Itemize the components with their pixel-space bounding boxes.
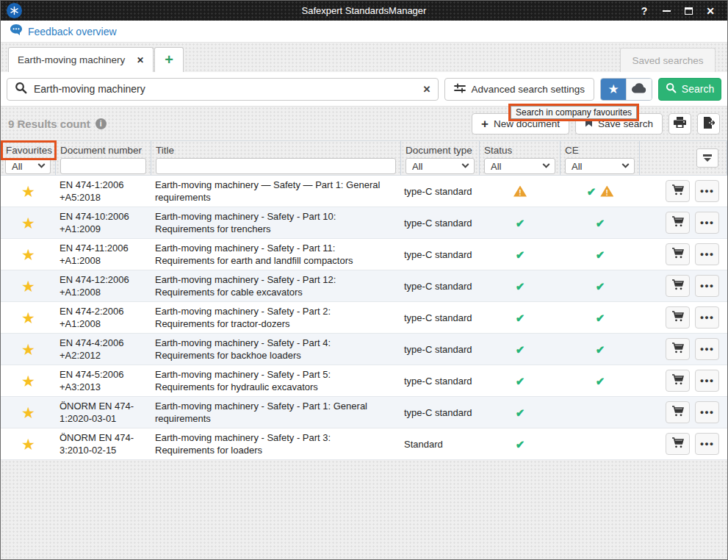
new-tab-button[interactable]: + bbox=[154, 47, 184, 72]
cart-icon bbox=[671, 374, 684, 387]
table-row[interactable]: ★ EN 474-10:2006 +A1:2009 Earth-moving m… bbox=[1, 207, 727, 239]
favourite-star-icon[interactable]: ★ bbox=[21, 438, 35, 450]
document-number: ÖNORM EN 474-1:2020-03-01 bbox=[60, 400, 145, 425]
search-bar: Earth-moving machinery ✕ Advanced search… bbox=[1, 72, 727, 106]
ce-icons: ✔ bbox=[596, 375, 605, 387]
favourites-filter-value: All bbox=[12, 161, 22, 172]
minimize-button[interactable] bbox=[655, 2, 677, 20]
check-icon: ✔ bbox=[596, 343, 605, 356]
more-actions-button[interactable]: ●●● bbox=[695, 401, 719, 423]
favourite-star-icon[interactable]: ★ bbox=[21, 248, 35, 261]
more-actions-button[interactable]: ●●● bbox=[695, 338, 719, 360]
close-button[interactable]: ✕ bbox=[699, 2, 721, 20]
table-row[interactable]: ★ ÖNORM EN 474-3:2010-02-15 Earth-moving… bbox=[1, 428, 727, 460]
ellipsis-icon: ●●● bbox=[700, 377, 714, 384]
title-filter-input[interactable] bbox=[156, 158, 396, 174]
table-body: ★ EN 474-1:2006 +A5:2018 Earth-moving ma… bbox=[1, 176, 727, 460]
more-actions-button[interactable]: ●●● bbox=[695, 180, 719, 202]
export-button[interactable] bbox=[697, 113, 720, 134]
document-number-filter-input[interactable] bbox=[60, 158, 146, 174]
favourite-star-icon[interactable]: ★ bbox=[21, 312, 35, 324]
feedback-overview-link[interactable]: Feedback overview bbox=[28, 26, 117, 37]
saved-searches-tab[interactable]: Saved searches bbox=[620, 48, 716, 72]
search-input[interactable]: Earth-moving machinery ✕ bbox=[7, 78, 439, 101]
favourite-star-icon[interactable]: ★ bbox=[21, 375, 35, 387]
document-type-filter-select[interactable]: All bbox=[406, 158, 475, 174]
maximize-button[interactable] bbox=[677, 2, 699, 20]
favourite-star-icon[interactable]: ★ bbox=[21, 217, 35, 229]
search-button[interactable]: Search bbox=[658, 78, 721, 101]
more-actions-button[interactable]: ●●● bbox=[695, 433, 719, 455]
table-row[interactable]: ★ EN 474-2:2006 +A1:2008 Earth-moving ma… bbox=[1, 302, 727, 334]
column-header-document-type[interactable]: Document type bbox=[406, 143, 475, 158]
favourite-star-icon[interactable]: ★ bbox=[21, 406, 35, 419]
filter-row-toggle-button[interactable] bbox=[696, 148, 718, 168]
document-type: type-C standard bbox=[404, 375, 472, 387]
column-header-favourites[interactable]: Favourites bbox=[5, 143, 51, 158]
check-icon: ✔ bbox=[516, 406, 525, 419]
document-type: type-C standard bbox=[404, 248, 472, 261]
help-button[interactable]: ? bbox=[633, 2, 655, 20]
add-to-cart-button[interactable] bbox=[666, 243, 690, 265]
column-header-ce[interactable]: CE bbox=[565, 143, 635, 158]
company-favourites-toggle-button[interactable]: ★ bbox=[601, 79, 626, 100]
chevron-down-icon bbox=[38, 160, 46, 168]
info-icon[interactable]: i bbox=[95, 118, 107, 129]
status-filter-select[interactable]: All bbox=[484, 158, 555, 174]
clear-search-icon[interactable]: ✕ bbox=[423, 84, 431, 95]
table-row[interactable]: ★ EN 474-5:2006 +A3:2013 Earth-moving ma… bbox=[1, 365, 727, 397]
tab-earth-moving-machinery[interactable]: Earth-moving machinery ✕ bbox=[8, 47, 154, 72]
tab-bar: Earth-moving machinery ✕ + Saved searche… bbox=[1, 43, 727, 72]
document-title: Earth-moving machinery - Safety - Part 5… bbox=[155, 368, 392, 393]
title-bar: Safexpert StandardsManager ? ✕ bbox=[1, 1, 727, 21]
ellipsis-icon: ●●● bbox=[700, 219, 714, 226]
plus-icon: + bbox=[481, 118, 489, 130]
cloud-search-toggle-button[interactable] bbox=[626, 79, 652, 100]
cart-icon bbox=[671, 437, 684, 450]
print-icon bbox=[674, 117, 686, 131]
favourite-star-icon[interactable]: ★ bbox=[21, 343, 35, 356]
status-filter-value: All bbox=[491, 161, 501, 172]
add-to-cart-button[interactable] bbox=[666, 180, 690, 202]
check-icon: ✔ bbox=[516, 217, 525, 229]
tab-close-icon[interactable]: ✕ bbox=[137, 55, 144, 65]
add-to-cart-button[interactable] bbox=[666, 306, 690, 329]
more-actions-button[interactable]: ●●● bbox=[695, 212, 719, 234]
column-header-title[interactable]: Title bbox=[156, 143, 396, 158]
favourite-star-icon[interactable]: ★ bbox=[21, 280, 35, 292]
table-row[interactable]: ★ EN 474-11:2006 +A1:2008 Earth-moving m… bbox=[1, 239, 727, 270]
advanced-search-settings-button[interactable]: Advanced search settings bbox=[444, 78, 594, 101]
sliders-icon bbox=[454, 83, 466, 96]
favourites-tooltip-annotation: Search in company favourites bbox=[508, 104, 639, 121]
column-header-status[interactable]: Status bbox=[484, 143, 555, 158]
ce-icons: ✔ bbox=[596, 343, 605, 356]
print-button[interactable] bbox=[668, 113, 691, 134]
favourite-star-icon[interactable]: ★ bbox=[21, 185, 35, 198]
more-actions-button[interactable]: ●●● bbox=[695, 243, 719, 265]
chevron-down-icon bbox=[462, 160, 469, 168]
more-actions-button[interactable]: ●●● bbox=[695, 275, 719, 297]
more-actions-button[interactable]: ●●● bbox=[695, 370, 719, 392]
ellipsis-icon: ●●● bbox=[700, 251, 714, 258]
add-to-cart-button[interactable] bbox=[666, 275, 690, 297]
add-to-cart-button[interactable] bbox=[666, 370, 690, 392]
check-icon: ✔ bbox=[516, 280, 525, 292]
add-to-cart-button[interactable] bbox=[666, 433, 690, 455]
document-number: EN 474-12:2006 +A1:2008 bbox=[60, 273, 145, 298]
table-row[interactable]: ★ ÖNORM EN 474-1:2020-03-01 Earth-moving… bbox=[1, 397, 727, 428]
table-row[interactable]: ★ EN 474-1:2006 +A5:2018 Earth-moving ma… bbox=[1, 176, 727, 207]
add-to-cart-button[interactable] bbox=[666, 338, 690, 360]
ellipsis-icon: ●●● bbox=[700, 187, 714, 195]
table-row[interactable]: ★ EN 474-4:2006 +A2:2012 Earth-moving ma… bbox=[1, 334, 727, 365]
table-row[interactable]: ★ EN 474-12:2006 +A1:2008 Earth-moving m… bbox=[1, 270, 727, 302]
more-actions-button[interactable]: ●●● bbox=[695, 306, 719, 329]
add-to-cart-button[interactable] bbox=[666, 401, 690, 423]
favourites-filter-select[interactable]: All bbox=[5, 158, 51, 174]
status-icons: ✔ bbox=[516, 280, 525, 292]
check-icon: ✔ bbox=[516, 375, 525, 387]
add-to-cart-button[interactable] bbox=[666, 212, 690, 234]
status-icons: ✔ bbox=[516, 343, 525, 356]
ce-filter-select[interactable]: All bbox=[565, 158, 635, 174]
ce-icons: ✔! bbox=[587, 185, 614, 198]
column-header-document-number[interactable]: Document number bbox=[60, 143, 146, 158]
